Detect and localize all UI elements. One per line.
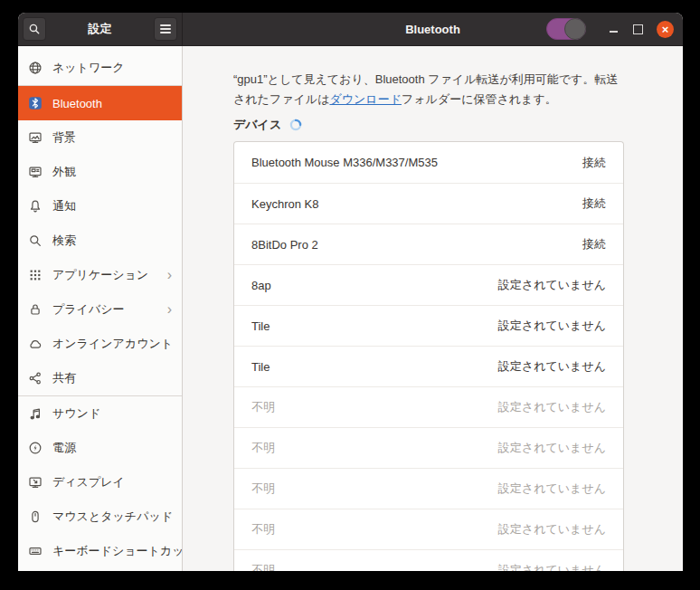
settings-window: 設定 Bluetooth × ネットワーク Bluetooth 背景 外観 — [18, 13, 683, 571]
device-name: 8BitDo Pro 2 — [251, 238, 318, 252]
search-icon — [28, 23, 41, 35]
power-icon — [28, 441, 43, 455]
device-name: Tile — [251, 360, 270, 374]
device-status: 接続 — [582, 155, 606, 171]
device-row[interactable]: Tile 設定されていません — [234, 305, 623, 346]
minimize-button[interactable] — [607, 23, 620, 35]
device-row[interactable]: Bluetooth Mouse M336/M337/M535 接続 — [234, 142, 623, 183]
sidebar-item-search[interactable]: 検索 — [18, 224, 182, 258]
device-row[interactable]: 不明 設定されていません — [234, 468, 623, 509]
chevron-right-icon: › — [167, 268, 175, 282]
description-text-after: フォルダーに保管されます。 — [402, 92, 557, 106]
device-status: 設定されていません — [498, 521, 606, 538]
device-status: 設定されていません — [498, 318, 606, 334]
keyboard-icon — [28, 544, 43, 558]
minimize-icon — [610, 31, 618, 33]
displays-icon — [28, 475, 43, 490]
devices-header: デバイス — [233, 117, 683, 133]
device-status: 設定されていません — [498, 277, 606, 293]
device-status: 接続 — [582, 195, 606, 212]
sound-icon — [28, 406, 43, 421]
device-name: Bluetooth Mouse M336/M337/M535 — [251, 156, 438, 169]
sidebar-item-displays[interactable]: ディスプレイ — [18, 465, 182, 500]
device-status: 設定されていません — [498, 481, 606, 497]
toggle-knob — [564, 18, 586, 40]
background-icon — [28, 130, 43, 145]
device-status: 接続 — [582, 236, 606, 252]
sidebar-item-power[interactable]: 電源 — [18, 431, 182, 465]
close-button[interactable]: × — [657, 21, 674, 38]
device-status: 設定されていません — [498, 440, 606, 456]
hamburger-icon — [160, 24, 171, 33]
device-row[interactable]: 8BitDo Pro 2 接続 — [234, 224, 623, 264]
online-accounts-icon — [28, 337, 43, 351]
header-right: Bluetooth × — [183, 13, 683, 45]
window-title-left: 設定 — [46, 21, 154, 37]
spinner-icon — [289, 119, 302, 131]
main-content: “gpu1”として見えており、Bluetooth ファイル転送が利用可能です。転… — [183, 46, 683, 571]
device-row[interactable]: Tile 設定されていません — [234, 346, 623, 386]
device-name: Keychron K8 — [251, 197, 318, 211]
sidebar: ネットワーク Bluetooth 背景 外観 通知 検索 アプリケーション › … — [18, 46, 183, 571]
device-name: 不明 — [251, 440, 275, 456]
network-icon — [28, 61, 43, 75]
device-row[interactable]: 不明 設定されていません — [234, 386, 623, 427]
sidebar-item-online-accounts[interactable]: オンラインアカウント — [18, 327, 182, 361]
device-status: 設定されていません — [498, 358, 606, 375]
device-row[interactable]: 不明 設定されていません — [234, 509, 623, 549]
device-list: Bluetooth Mouse M336/M337/M535 接続 Keychr… — [233, 141, 624, 571]
bluetooth-icon — [28, 96, 43, 110]
device-name: 不明 — [251, 521, 275, 538]
device-row[interactable]: Keychron K8 接続 — [234, 183, 623, 224]
chevron-right-icon: › — [167, 302, 175, 317]
header-left: 設定 — [18, 13, 183, 45]
device-row[interactable]: 8ap 設定されていません — [234, 264, 623, 305]
search-icon — [28, 233, 43, 248]
maximize-icon[interactable] — [633, 24, 643, 34]
sidebar-item-notifications[interactable]: 通知 — [18, 189, 182, 224]
applications-icon — [28, 268, 43, 282]
device-name: 8ap — [251, 279, 271, 292]
bluetooth-description: “gpu1”として見えており、Bluetooth ファイル転送が利用可能です。転… — [233, 70, 624, 109]
sidebar-item-mouse[interactable]: マウスとタッチパッド — [18, 500, 182, 534]
window-controls: × — [546, 18, 674, 40]
device-name: Tile — [251, 319, 270, 333]
sharing-icon — [28, 371, 43, 385]
appearance-icon — [28, 165, 43, 179]
sidebar-item-appearance[interactable]: 外観 — [18, 155, 182, 189]
device-row[interactable]: 不明 設定されていません — [234, 549, 623, 571]
device-row[interactable]: 不明 設定されていません — [234, 427, 623, 468]
close-icon: × — [662, 24, 669, 35]
sidebar-item-bluetooth[interactable]: Bluetooth — [18, 86, 182, 120]
mouse-icon — [28, 509, 43, 524]
sidebar-item-privacy[interactable]: プライバシー › — [18, 292, 182, 327]
device-name: 不明 — [251, 481, 275, 497]
devices-title: デバイス — [233, 117, 281, 133]
sidebar-item-background[interactable]: 背景 — [18, 120, 182, 155]
bluetooth-toggle[interactable] — [546, 18, 586, 40]
sidebar-item-keyboard[interactable]: キーボードショートカット — [18, 534, 182, 568]
search-button[interactable] — [23, 17, 46, 41]
device-status: 設定されていません — [498, 399, 606, 415]
menu-button[interactable] — [154, 17, 177, 41]
downloads-link[interactable]: ダウンロード — [329, 92, 402, 106]
device-status: 設定されていません — [498, 562, 606, 571]
sidebar-item-network[interactable]: ネットワーク — [18, 51, 182, 85]
device-name: 不明 — [251, 562, 275, 571]
sidebar-item-applications[interactable]: アプリケーション › — [18, 258, 182, 292]
sidebar-item-sharing[interactable]: 共有 — [18, 361, 182, 395]
privacy-icon — [28, 302, 43, 317]
notifications-icon — [28, 199, 43, 214]
device-name: 不明 — [251, 399, 275, 415]
header-bar: 設定 Bluetooth × — [18, 13, 683, 46]
sidebar-item-sound[interactable]: サウンド — [18, 396, 182, 431]
